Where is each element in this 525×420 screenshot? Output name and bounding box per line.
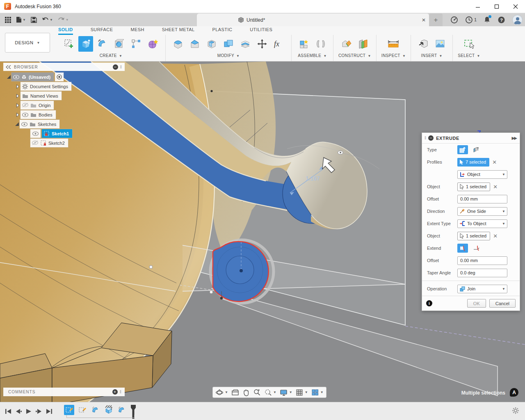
- timeline-settings-gear-icon[interactable]: [512, 407, 525, 416]
- expanded-arrow-icon[interactable]: [15, 122, 19, 126]
- group-label-insert[interactable]: INSERT ▼: [421, 53, 443, 58]
- expanded-arrow-icon[interactable]: [7, 75, 11, 79]
- operation-dropdown[interactable]: Join▼: [457, 285, 507, 293]
- measure-icon[interactable]: [386, 36, 401, 52]
- clear-extent-object-icon[interactable]: ✕: [493, 233, 498, 239]
- fit-icon[interactable]: ▼: [264, 388, 276, 396]
- activate-component-radio[interactable]: [55, 73, 64, 81]
- ok-button[interactable]: OK: [467, 299, 486, 308]
- browser-row-root[interactable]: (Unsaved): [3, 73, 126, 81]
- step-back-icon[interactable]: [15, 408, 22, 415]
- timeline-sketch2-icon[interactable]: [77, 405, 87, 415]
- tab-utilities[interactable]: UTILITIES: [250, 27, 272, 35]
- type-thin-extrude-button[interactable]: [471, 145, 482, 154]
- step-forward-icon[interactable]: [36, 408, 42, 415]
- maximize-button[interactable]: [487, 0, 506, 13]
- dialog-header[interactable]: ‖ − EXTRUDE ▶▶: [422, 133, 520, 144]
- revolve-icon[interactable]: [95, 36, 110, 52]
- tab-close-icon[interactable]: ✕: [422, 17, 426, 23]
- browser-header[interactable]: BROWSER −‖: [3, 63, 125, 71]
- shell-icon[interactable]: [204, 36, 219, 52]
- dialog-expand-icon[interactable]: ▶▶: [512, 136, 516, 140]
- job-status-icon[interactable]: 1: [465, 16, 477, 24]
- dimension-value[interactable]: 1.167: [306, 175, 320, 182]
- press-pull-icon[interactable]: [171, 36, 185, 52]
- offset-input[interactable]: 0.00 mm: [457, 256, 507, 265]
- tab-mesh[interactable]: MESH: [130, 27, 144, 35]
- notifications-bell-icon[interactable]: [484, 16, 491, 23]
- create-form-icon[interactable]: [146, 36, 160, 52]
- highlighted-profile[interactable]: [210, 240, 274, 303]
- create-sketch-icon[interactable]: [62, 36, 76, 52]
- tab-surface[interactable]: SURFACE: [91, 27, 113, 35]
- collapsed-arrow-icon[interactable]: [16, 94, 19, 98]
- offset-plane-icon[interactable]: [339, 36, 354, 52]
- new-tab-button[interactable]: +: [429, 14, 443, 26]
- browser-row-sketches[interactable]: Sketches: [3, 120, 126, 128]
- group-label-create[interactable]: CREATE ▼: [100, 53, 123, 58]
- collapsed-arrow-icon[interactable]: [16, 84, 19, 89]
- browser-row-sketch1[interactable]: Sketch1: [3, 129, 126, 138]
- group-label-construct[interactable]: CONSTRUCT ▼: [338, 53, 371, 58]
- midplane-icon[interactable]: [356, 36, 370, 52]
- taper-angle-input[interactable]: 0.0 deg: [457, 269, 507, 277]
- browser-row-sketch2[interactable]: Sketch2: [3, 139, 126, 147]
- minimize-button[interactable]: [468, 0, 487, 13]
- group-label-select[interactable]: SELECT ▼: [458, 53, 480, 58]
- tab-solid[interactable]: SOLID: [58, 27, 73, 35]
- close-button[interactable]: [506, 0, 525, 13]
- clear-profiles-icon[interactable]: ✕: [492, 159, 497, 165]
- group-label-modify[interactable]: MODIFY ▼: [217, 53, 240, 58]
- timeline-revolve1-icon[interactable]: [90, 405, 100, 415]
- profile-avatar[interactable]: [512, 15, 523, 25]
- info-icon[interactable]: i: [426, 300, 432, 306]
- pattern-icon[interactable]: [129, 36, 144, 52]
- eye-icon[interactable]: [22, 113, 28, 117]
- move-copy-icon[interactable]: [255, 36, 269, 52]
- start-offset-input[interactable]: 0.00 mm: [457, 195, 507, 203]
- type-extrude-button[interactable]: [457, 145, 468, 154]
- collapsed-arrow-icon[interactable]: [16, 103, 19, 107]
- eye-icon[interactable]: [32, 132, 39, 136]
- select-icon[interactable]: [462, 36, 477, 52]
- play-icon[interactable]: [25, 408, 32, 415]
- browser-row-document-settings[interactable]: Document Settings: [3, 82, 126, 91]
- viewports-icon[interactable]: ▼: [311, 389, 324, 396]
- viewport-canvas[interactable]: 1.167 Z RIGHT Y X: [0, 62, 525, 402]
- eye-icon[interactable]: [21, 122, 27, 126]
- assistant-badge[interactable]: A: [510, 388, 518, 397]
- browser-row-bodies[interactable]: Bodies: [3, 110, 126, 119]
- extrude-icon[interactable]: [78, 36, 93, 52]
- dialog-collapse-icon[interactable]: −: [428, 135, 434, 141]
- group-label-assemble[interactable]: ASSEMBLE ▼: [298, 53, 327, 58]
- extent-object-selection-button[interactable]: 1 selected: [457, 232, 490, 240]
- display-settings-icon[interactable]: ▼: [280, 389, 292, 396]
- add-comment-icon[interactable]: +: [112, 389, 118, 395]
- extend-adjacent-button[interactable]: [471, 244, 482, 253]
- pan-icon[interactable]: [242, 388, 250, 396]
- look-at-icon[interactable]: [231, 389, 239, 396]
- extend-faces-button[interactable]: [457, 244, 468, 253]
- undo-icon[interactable]: ▼: [40, 16, 55, 24]
- go-to-start-icon[interactable]: [5, 408, 11, 415]
- group-label-inspect[interactable]: INSPECT ▼: [381, 53, 406, 58]
- timeline-extrude1-icon[interactable]: [103, 405, 114, 415]
- go-to-end-icon[interactable]: [46, 408, 52, 415]
- eye-off-icon[interactable]: [22, 103, 28, 107]
- cancel-button[interactable]: Cancel: [489, 299, 516, 308]
- document-tab[interactable]: Untitled* ✕: [197, 14, 429, 26]
- save-icon[interactable]: [29, 16, 39, 24]
- zoom-icon[interactable]: [253, 388, 261, 396]
- collapse-panel-icon[interactable]: [6, 65, 11, 69]
- extent-type-dropdown[interactable]: To Object▼: [457, 219, 507, 228]
- change-parameters-icon[interactable]: fx: [272, 36, 286, 52]
- collapsed-arrow-icon[interactable]: [16, 113, 19, 117]
- workspace-selector[interactable]: DESIGN▼: [5, 33, 50, 52]
- joint-icon[interactable]: [313, 36, 328, 52]
- browser-row-origin[interactable]: Origin: [3, 101, 126, 110]
- insert-derive-icon[interactable]: [416, 36, 431, 52]
- app-grid-icon[interactable]: [3, 16, 13, 24]
- timeline-sketch1-icon[interactable]: [64, 405, 74, 415]
- browser-row-named-views[interactable]: Named Views: [3, 91, 126, 100]
- new-component-icon[interactable]: [297, 36, 311, 52]
